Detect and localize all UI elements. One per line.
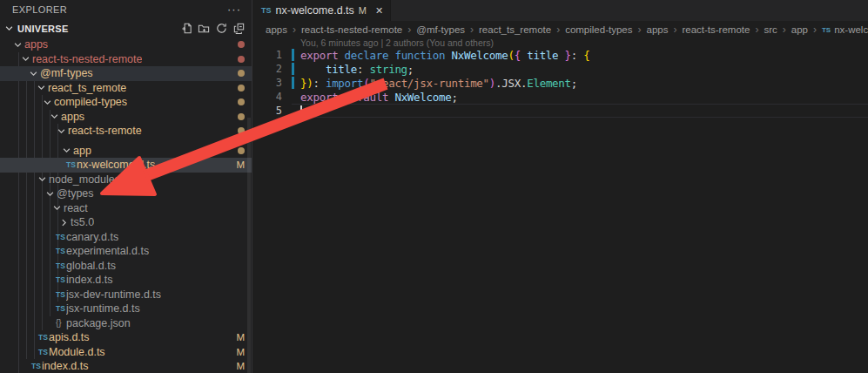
breadcrumb-item-apps[interactable]: apps	[266, 24, 287, 35]
breadcrumb-label: src	[764, 24, 777, 35]
code-token	[338, 49, 344, 62]
tree-item-ts5.0[interactable]: ts5.0	[0, 215, 252, 230]
explorer-sidebar: EXPLORER ··· UNIVERSE appsreact-ts-neste…	[0, 0, 252, 373]
tree-item-package.json[interactable]: {}package.json	[0, 316, 252, 331]
chevron-down-icon	[37, 84, 48, 92]
chevron-down-icon	[22, 55, 32, 63]
code-editor[interactable]: You, 6 minutes ago | 2 authors (You and …	[252, 38, 868, 373]
typescript-icon: TS	[56, 304, 66, 313]
close-icon[interactable]: ✕	[375, 5, 383, 17]
typescript-icon: TS	[261, 6, 272, 15]
tree-item-label: jsx-dev-runtime.d.ts	[66, 288, 161, 301]
tree-item-label: node_modules	[49, 173, 120, 186]
breadcrumb-item-compiled-types[interactable]: compiled-types	[565, 24, 632, 35]
git-status-dot	[238, 41, 245, 48]
breadcrumb-item-app[interactable]: app	[791, 24, 808, 35]
git-modified-badge: M	[236, 347, 245, 357]
code-line-3[interactable]: 3}): import("react/jsx-runtime").JSX.Ele…	[252, 76, 868, 90]
line-number: 1	[252, 49, 294, 61]
code-token: export	[300, 91, 338, 104]
breadcrumb-label: compiled-types	[565, 24, 632, 35]
code-line-1[interactable]: 1export declare function NxWelcome({ tit…	[252, 48, 868, 62]
breadcrumb-separator: ›	[556, 24, 560, 36]
code-token: :	[571, 49, 583, 62]
breadcrumb-label: nx-welcome.d.ts	[834, 24, 868, 35]
tree-item-jsx-runtime.d.ts[interactable]: TSjsx-runtime.d.ts	[0, 302, 252, 316]
tree-item-jsx-dev-runtime.d.ts[interactable]: TSjsx-dev-runtime.d.ts	[0, 288, 252, 302]
breadcrumb-separator: ›	[637, 24, 641, 36]
typescript-icon: TS	[38, 348, 49, 356]
modified-line-gutter-indicator	[292, 77, 294, 89]
breadcrumb: apps›react-ts-nested-remote›@mf-types›re…	[252, 21, 868, 38]
tree-item-nx-welcome.d.ts[interactable]: TSnx-welcome.d.tsM	[0, 158, 252, 173]
breadcrumb-separator: ›	[813, 24, 817, 36]
typescript-icon: TS	[56, 247, 66, 255]
breadcrumb-label: react_ts_remote	[479, 24, 551, 35]
tree-item-react[interactable]: react	[0, 201, 252, 216]
workspace-section-header[interactable]: UNIVERSE	[0, 19, 252, 37]
collapse-all-icon[interactable]	[232, 21, 246, 36]
tree-item-react_ts_remote[interactable]: react_ts_remote	[0, 81, 252, 96]
breadcrumb-item-react_ts_remote[interactable]: react_ts_remote	[479, 24, 551, 35]
git-status-dot	[238, 85, 245, 92]
tree-item-label: app	[73, 145, 91, 157]
code-text	[294, 104, 302, 118]
explorer-title: EXPLORER	[12, 4, 67, 15]
code-token: ;	[451, 91, 457, 104]
code-token: Element	[527, 77, 571, 90]
tab-title: nx-welcome.d.ts	[276, 4, 354, 17]
code-token: (	[508, 49, 515, 62]
code-token: ;	[407, 63, 414, 76]
git-blame-annotation[interactable]: You, 6 minutes ago | 2 authors (You and …	[252, 38, 868, 48]
tree-item-node_modules[interactable]: node_modules	[0, 173, 252, 187]
tree-item-Module.d.ts[interactable]: TSModule.d.tsM	[0, 345, 252, 360]
chevron-down-icon	[30, 70, 40, 78]
breadcrumb-item-@mf-types[interactable]: @mf-types	[416, 24, 465, 35]
line-number: 2	[252, 63, 294, 75]
tree-item-global.d.ts[interactable]: TSglobal.d.ts	[0, 259, 252, 274]
tree-item-label: Module.d.ts	[49, 346, 105, 358]
tree-item-apps[interactable]: apps	[0, 110, 252, 125]
tree-item-react-ts-nested-remote[interactable]: react-ts-nested-remote	[0, 52, 252, 67]
typescript-icon: TS	[56, 233, 66, 241]
tree-item-canary.d.ts[interactable]: TScanary.d.ts	[0, 230, 252, 245]
tree-item-index.d.ts[interactable]: TSindex.d.tsM	[0, 359, 252, 373]
json-file-icon: {}	[56, 318, 66, 328]
tree-item-label: apps	[24, 38, 48, 51]
refresh-icon[interactable]	[214, 21, 229, 36]
breadcrumb-label: app	[791, 24, 808, 35]
code-line-5[interactable]: 5	[252, 104, 868, 118]
sidebar-scrollbar[interactable]	[247, 118, 251, 373]
git-status-dot	[238, 70, 245, 77]
tree-item-label: apis.d.ts	[49, 331, 90, 343]
sidebar-header: EXPLORER ···	[0, 0, 252, 19]
code-token: function	[394, 49, 445, 62]
git-status-dot	[238, 127, 245, 134]
more-actions-icon[interactable]: ···	[227, 5, 241, 14]
tree-item-app[interactable]: app	[0, 144, 252, 159]
tree-item-experimental.d.ts[interactable]: TSexperimental.d.ts	[0, 244, 252, 259]
breadcrumb-item-react-ts-nested-remote[interactable]: react-ts-nested-remote	[301, 24, 402, 35]
tab-nx-welcome[interactable]: TS nx-welcome.d.ts M ✕	[252, 0, 391, 21]
tree-item-index.d.ts[interactable]: TSindex.d.ts	[0, 273, 252, 288]
breadcrumb-item-src[interactable]: src	[764, 24, 777, 35]
tree-item-@mf-types[interactable]: @mf-types	[0, 66, 252, 81]
tree-item-react-ts-remote[interactable]: react-ts-remote	[0, 124, 252, 139]
breadcrumb-item-react-ts-remote[interactable]: react-ts-remote	[682, 24, 750, 35]
code-text: export default NxWelcome;	[294, 91, 458, 104]
breadcrumb-label: apps	[266, 24, 287, 35]
breadcrumb-item-nx-welcome.d.ts[interactable]: TSnx-welcome.d.ts	[822, 24, 868, 35]
new-folder-icon[interactable]	[197, 21, 212, 36]
code-line-4[interactable]: 4export default NxWelcome;	[252, 90, 868, 104]
tree-item-label: package.json	[66, 317, 131, 329]
chevron-down-icon	[53, 204, 64, 212]
tree-item-apis.d.ts[interactable]: TSapis.d.tsM	[0, 330, 252, 345]
chevron-right-icon	[60, 219, 71, 227]
tree-item-compiled-types[interactable]: compiled-types	[0, 95, 252, 110]
breadcrumb-item-apps[interactable]: apps	[646, 24, 668, 35]
new-file-icon[interactable]	[179, 21, 194, 36]
tree-item-apps[interactable]: apps	[0, 37, 252, 52]
code-line-2[interactable]: 2 title: string;	[252, 62, 868, 76]
tree-item-@types[interactable]: @types	[0, 186, 252, 201]
breadcrumb-label: @mf-types	[416, 24, 465, 35]
